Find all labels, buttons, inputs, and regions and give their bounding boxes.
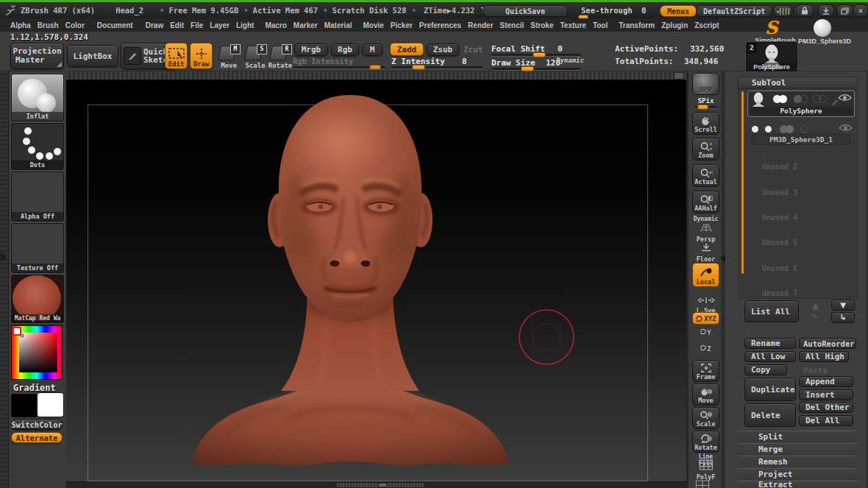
material-thumbnail[interactable]: MatCap Red Wa	[11, 275, 64, 323]
menu-item-stencil[interactable]: Stencil	[500, 21, 524, 29]
autoreorder-button[interactable]: AutoReorder	[799, 338, 856, 349]
color-picker[interactable]	[11, 325, 63, 380]
menu-item-movie[interactable]: Movie	[363, 21, 383, 29]
dynamic-brush-label[interactable]: Dynamic	[556, 57, 584, 64]
rotate-3d-button[interactable]: Rotate	[692, 431, 719, 453]
subtool-unused-slot[interactable]: Unused 6	[762, 264, 797, 272]
move-subtool-up-button[interactable]: ▲	[812, 300, 819, 311]
bpr-render-button[interactable]: BPR	[692, 73, 719, 95]
move-gizmo-button[interactable]: M Move	[216, 44, 241, 69]
title-bar[interactable]: ZBrush 4R7 (x64) Head_2 • Free Mem 9.45G…	[0, 2, 868, 18]
restore-button[interactable]	[836, 4, 853, 17]
visibility-eye-icon[interactable]	[839, 124, 853, 132]
spix-slider[interactable]	[694, 106, 717, 108]
list-all-button[interactable]: List All	[744, 300, 799, 322]
focal-shift-slider[interactable]	[491, 54, 581, 56]
subtool-section-project[interactable]: Project	[738, 468, 858, 480]
left-tray-divider[interactable]	[0, 71, 9, 488]
default-zscript-button[interactable]: DefaultZScript	[696, 5, 772, 17]
draw-mode-button[interactable]: Draw	[190, 43, 213, 69]
delete-button[interactable]: Delete	[744, 403, 796, 427]
rename-button[interactable]: Rename	[744, 338, 796, 349]
quicksave-button[interactable]: QuickSave	[483, 5, 568, 17]
draw-size-slider[interactable]	[491, 68, 581, 70]
menu-item-stroke[interactable]: Stroke	[530, 21, 553, 29]
aahalf-button[interactable]: AAHalf	[692, 191, 719, 213]
mrgb-button[interactable]: Mrgb	[294, 43, 328, 56]
subtool-unused-slot[interactable]: Unused 3	[762, 188, 797, 197]
polypaint-toggle-icon[interactable]	[780, 125, 794, 133]
subtool-item-polysphere[interactable]: PolySphere	[747, 91, 855, 117]
duplicate-button[interactable]: Duplicate	[744, 378, 796, 401]
menu-item-draw[interactable]: Draw	[146, 21, 163, 29]
frame-mesh-button[interactable]: Frame	[692, 360, 719, 382]
paste-button[interactable]: Paste	[803, 366, 828, 375]
transparency-button-partial[interactable]	[695, 480, 716, 488]
focal-shift-slider-handle[interactable]	[533, 52, 546, 57]
menu-item-marker[interactable]: Marker	[294, 21, 318, 29]
visibility-eye-icon[interactable]	[838, 93, 852, 102]
left-tray-handle-icon[interactable]	[1, 252, 7, 262]
y-symmetry-button[interactable]: Y	[694, 328, 716, 336]
menu-item-material[interactable]: Material	[324, 21, 352, 29]
canvas-bottom-scrollbar-handle[interactable]	[378, 483, 387, 487]
uv-toggle-icon[interactable]	[800, 125, 815, 133]
menu-item-texture[interactable]: Texture	[560, 21, 586, 29]
main-color-swatch[interactable]	[11, 394, 37, 417]
scroll-shelf-left-button[interactable]: ◂||||	[773, 5, 792, 17]
insert-button[interactable]: Insert	[799, 389, 853, 400]
all-high-button[interactable]: All High	[799, 351, 849, 362]
close-button[interactable]: ✕	[853, 4, 868, 17]
scale-gizmo-button[interactable]: S Scale	[243, 44, 268, 69]
pm3d-sphere-icon[interactable]	[814, 19, 831, 37]
menu-item-layer[interactable]: Layer	[210, 21, 230, 29]
rgb-button[interactable]: Rgb	[331, 43, 359, 56]
copy-button[interactable]: Copy	[744, 364, 787, 375]
subtool-unused-slot[interactable]: Unused 4	[762, 213, 797, 222]
menu-item-transform[interactable]: Transform	[619, 21, 655, 29]
zadd-button[interactable]: Zadd	[390, 43, 424, 56]
persp-button[interactable]: Persp	[692, 222, 719, 243]
draw-size-slider-handle[interactable]	[521, 66, 534, 71]
menu-item-brush[interactable]: Brush	[38, 21, 59, 29]
xyz-symmetry-button[interactable]: XYZ	[692, 312, 719, 325]
z-intensity-slider-handle[interactable]	[412, 65, 425, 70]
uv-toggle-icon[interactable]	[794, 95, 808, 103]
zcut-button[interactable]: Zcut	[463, 45, 483, 54]
menu-item-zscript[interactable]: Zscript	[694, 21, 719, 29]
scroll-canvas-button[interactable]: Scroll	[692, 112, 719, 135]
menu-item-edit[interactable]: Edit	[170, 21, 184, 29]
local-symmetry-button[interactable]: Local	[692, 263, 719, 287]
document-viewport[interactable]	[66, 71, 686, 488]
canvas-bottom-scrollbar[interactable]	[66, 481, 686, 488]
polypaint-toggle-icon[interactable]	[773, 95, 788, 103]
brush-thumbnail[interactable]: Inflat	[11, 74, 64, 121]
z-symmetry-button[interactable]: Z	[694, 344, 716, 353]
simple-brush-icon[interactable]: S	[765, 20, 778, 36]
projection-master-button[interactable]: Projection Master	[10, 43, 64, 69]
menus-button[interactable]: Menus	[660, 5, 697, 17]
texture-thumbnail[interactable]: Texture Off	[11, 223, 64, 273]
menu-item-picker[interactable]: Picker	[391, 21, 413, 29]
secondary-color-swatch[interactable]	[37, 392, 64, 417]
move-3d-button[interactable]: Move	[692, 383, 719, 406]
subtool-section-remesh[interactable]: Remesh	[738, 456, 858, 467]
spix-slider-handle[interactable]	[697, 105, 708, 110]
m-button[interactable]: M	[362, 43, 383, 56]
gradient-toggle[interactable]: Gradient	[13, 383, 56, 393]
duplicate-up-button[interactable]: ↷	[811, 312, 818, 322]
edit-mode-button[interactable]: Edit	[165, 43, 188, 69]
subtool-unused-slot[interactable]: Unused 7	[762, 289, 797, 297]
subtool-section-merge[interactable]: Merge	[738, 443, 858, 455]
menu-item-document[interactable]: Document	[97, 21, 133, 29]
rgb-intensity-slider-handle[interactable]	[369, 65, 381, 70]
menu-item-color[interactable]: Color	[65, 21, 85, 29]
z-intensity-slider[interactable]	[391, 66, 483, 68]
alternate-button[interactable]: Alternate	[11, 432, 63, 443]
menu-item-preferences[interactable]: Preferences	[419, 21, 461, 29]
polyframe-button[interactable]: PolyF	[692, 459, 719, 481]
rotate-gizmo-button[interactable]: R Rotate	[268, 44, 293, 69]
append-button[interactable]: Append	[799, 376, 853, 387]
subtool-unused-slot[interactable]: Unused 5	[762, 238, 797, 247]
subtool-scrollbar[interactable]	[741, 91, 744, 274]
